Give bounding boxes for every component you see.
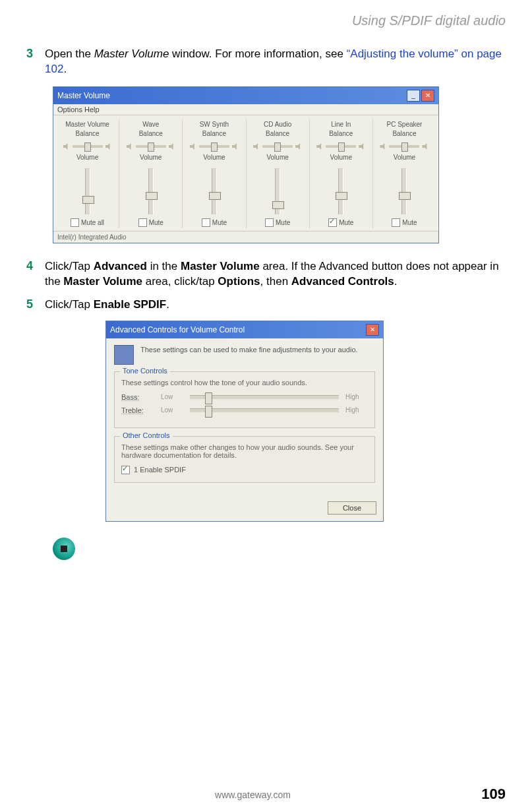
mute-label: Mute bbox=[402, 219, 417, 226]
button-row: Close bbox=[106, 497, 383, 521]
menu-bar[interactable]: Options Help bbox=[53, 104, 438, 115]
mute-checkbox[interactable] bbox=[71, 218, 79, 227]
speaker-left-icon bbox=[190, 143, 196, 150]
window-titlebar: Master Volume _ ✕ bbox=[53, 87, 438, 104]
volume-thumb[interactable] bbox=[82, 196, 94, 204]
balance-control[interactable] bbox=[380, 143, 429, 150]
balance-label: Balance bbox=[329, 130, 353, 139]
volume-slider[interactable] bbox=[338, 168, 343, 214]
dialog-body: These settings can be used to make fine … bbox=[106, 338, 383, 497]
balance-track[interactable] bbox=[136, 145, 166, 148]
channel-name: Line In bbox=[331, 121, 351, 130]
bold-text: Enable SPDIF bbox=[94, 298, 167, 311]
mute-row: Mute all bbox=[71, 218, 104, 227]
balance-thumb[interactable] bbox=[211, 142, 218, 152]
speaker-right-icon bbox=[295, 143, 302, 150]
mixer-channel: SW SynthBalanceVolumeMute bbox=[183, 119, 246, 228]
treble-slider[interactable] bbox=[190, 408, 339, 412]
speaker-left-icon bbox=[127, 143, 133, 150]
volume-slider[interactable] bbox=[212, 168, 217, 214]
enable-spdif-row: 1 Enable SPDIF bbox=[121, 466, 368, 474]
volume-slider[interactable] bbox=[275, 168, 280, 214]
footer-url: www.gateway.com bbox=[215, 790, 291, 800]
balance-control[interactable] bbox=[127, 143, 175, 150]
balance-thumb[interactable] bbox=[84, 142, 91, 152]
step-body: Open the Master Volume window. For more … bbox=[45, 47, 506, 77]
mute-checkbox[interactable] bbox=[392, 218, 400, 227]
page-content: Using S/PDIF digital audio 3 Open the Ma… bbox=[0, 0, 532, 560]
close-dialog-button[interactable]: Close bbox=[328, 501, 376, 515]
bold-text: Options bbox=[218, 275, 260, 288]
text: . bbox=[63, 63, 67, 75]
step-4: 4 Click/Tap Advanced in the Master Volum… bbox=[26, 259, 506, 290]
speaker-icon bbox=[114, 345, 134, 365]
balance-track[interactable] bbox=[262, 145, 293, 148]
volume-thumb[interactable] bbox=[209, 192, 221, 200]
channel-name: SW Synth bbox=[200, 121, 229, 130]
slider-thumb[interactable] bbox=[205, 406, 212, 418]
balance-thumb[interactable] bbox=[401, 142, 408, 152]
balance-label: Balance bbox=[76, 130, 100, 139]
window-buttons: _ ✕ bbox=[407, 90, 434, 102]
bass-slider[interactable] bbox=[190, 395, 339, 399]
balance-track[interactable] bbox=[389, 145, 419, 148]
balance-track[interactable] bbox=[199, 145, 229, 148]
step-body: Click/Tap Enable SPDIF. bbox=[45, 297, 169, 313]
volume-label: Volume bbox=[266, 154, 288, 163]
close-button[interactable]: ✕ bbox=[421, 90, 434, 102]
mute-checkbox[interactable] bbox=[265, 218, 274, 227]
mute-label: Mute bbox=[149, 219, 163, 226]
volume-thumb[interactable] bbox=[146, 192, 158, 200]
text: Click/Tap bbox=[45, 298, 94, 311]
volume-thumb[interactable] bbox=[399, 192, 411, 200]
mute-row: Mute bbox=[392, 218, 417, 227]
advanced-controls-window: Advanced Controls for Volume Control ✕ T… bbox=[105, 321, 384, 522]
volume-thumb[interactable] bbox=[272, 201, 284, 209]
balance-thumb[interactable] bbox=[338, 142, 345, 152]
volume-slider[interactable] bbox=[148, 168, 154, 214]
mixer-channel: WaveBalanceVolumeMute bbox=[119, 119, 183, 228]
page-number: 109 bbox=[481, 786, 506, 803]
volume-slider[interactable] bbox=[85, 168, 90, 214]
text: Click/Tap bbox=[45, 260, 94, 272]
minimize-button[interactable]: _ bbox=[407, 90, 420, 102]
balance-track[interactable] bbox=[326, 145, 356, 148]
channel-name: CD Audio bbox=[264, 121, 291, 130]
volume-slider[interactable] bbox=[401, 168, 407, 214]
group-desc: These settings control how the tone of y… bbox=[121, 379, 368, 387]
window-titlebar: Advanced Controls for Volume Control ✕ bbox=[106, 321, 383, 338]
step-number: 5 bbox=[26, 297, 45, 313]
balance-control[interactable] bbox=[63, 143, 112, 150]
mute-row: Mute bbox=[328, 218, 353, 227]
speaker-right-icon bbox=[359, 143, 365, 150]
speaker-right-icon bbox=[232, 143, 239, 150]
text: . bbox=[394, 275, 398, 288]
italic-text: Master Volume bbox=[94, 47, 169, 60]
bass-label: Bass: bbox=[121, 393, 154, 401]
balance-control[interactable] bbox=[316, 143, 365, 150]
text: Open the bbox=[45, 47, 94, 60]
close-button[interactable]: ✕ bbox=[366, 324, 379, 336]
channel-name: PC Speaker bbox=[386, 121, 422, 130]
balance-thumb[interactable] bbox=[274, 142, 281, 152]
mute-checkbox[interactable] bbox=[138, 218, 147, 227]
balance-control[interactable] bbox=[253, 143, 302, 150]
mute-row: Mute bbox=[138, 218, 163, 227]
step-body: Click/Tap Advanced in the Master Volume … bbox=[45, 259, 506, 290]
volume-thumb[interactable] bbox=[336, 192, 347, 200]
mixer-channel: Master VolumeBalanceVolumeMute all bbox=[56, 119, 119, 228]
slider-thumb[interactable] bbox=[205, 392, 212, 404]
volume-label: Volume bbox=[203, 154, 225, 163]
section-header: Using S/PDIF digital audio bbox=[26, 13, 506, 28]
enable-spdif-checkbox[interactable] bbox=[121, 466, 130, 474]
balance-thumb[interactable] bbox=[148, 142, 154, 152]
mute-row: Mute bbox=[202, 218, 227, 227]
balance-control[interactable] bbox=[190, 143, 239, 150]
mute-checkbox[interactable] bbox=[202, 218, 210, 227]
mixer-channel: PC SpeakerBalanceVolumeMute bbox=[373, 119, 436, 228]
end-of-procedure-icon bbox=[53, 538, 75, 560]
volume-label: Volume bbox=[330, 154, 352, 163]
balance-track[interactable] bbox=[73, 145, 103, 148]
mute-checkbox[interactable] bbox=[328, 218, 337, 227]
speaker-right-icon bbox=[422, 143, 429, 150]
